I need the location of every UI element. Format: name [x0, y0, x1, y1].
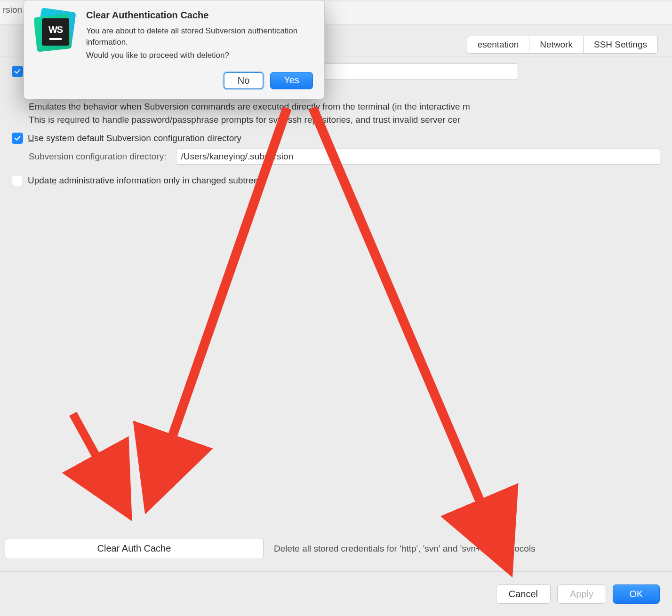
update-admin-label: Update administrative information only i… [28, 175, 263, 186]
use-system-dir-row: Use system default Subversion configurat… [12, 133, 660, 144]
update-admin-checkbox[interactable] [12, 175, 23, 186]
config-dir-row: Subversion configuration directory: [29, 149, 660, 165]
tab-ssh-settings[interactable]: SSH Settings [583, 36, 658, 54]
update-admin-row: Update administrative information only i… [12, 175, 660, 186]
tab-network[interactable]: Network [529, 36, 584, 54]
dialog-no-button[interactable]: No [224, 72, 264, 89]
tab-presentation[interactable]: esentation [467, 36, 530, 54]
interactive-help-text: Emulates the behavior when Subversion co… [29, 100, 660, 126]
ok-button[interactable]: OK [613, 584, 660, 604]
clear-auth-row: Clear Auth Cache Delete all stored crede… [0, 538, 672, 571]
clear-auth-dialog: WS Clear Authentication Cache You are ab… [24, 0, 325, 99]
config-dir-label: Subversion configuration directory: [29, 151, 167, 162]
webstorm-app-icon: WS [35, 10, 76, 50]
dialog-message-2: Would you like to proceed with deletion? [86, 50, 313, 61]
use-system-dir-label: Use system default Subversion configurat… [28, 133, 241, 143]
dialog-yes-button[interactable]: Yes [270, 72, 313, 89]
dialog-title: Clear Authentication Cache [86, 10, 313, 21]
use-command-line-checkbox[interactable] [12, 66, 23, 77]
apply-button[interactable]: Apply [557, 584, 606, 604]
clear-auth-cache-button[interactable]: Clear Auth Cache [5, 538, 264, 559]
cancel-button[interactable]: Cancel [496, 584, 551, 604]
dialog-message-1: You are about to delete all stored Subve… [86, 25, 313, 48]
use-system-dir-checkbox[interactable] [12, 133, 23, 144]
settings-panel: Use command line client: Enable interact… [0, 59, 672, 571]
clear-auth-hint: Delete all stored credentials for 'http'… [274, 544, 536, 554]
config-dir-field[interactable] [176, 149, 660, 165]
dialog-footer: Cancel Apply OK [0, 571, 672, 616]
